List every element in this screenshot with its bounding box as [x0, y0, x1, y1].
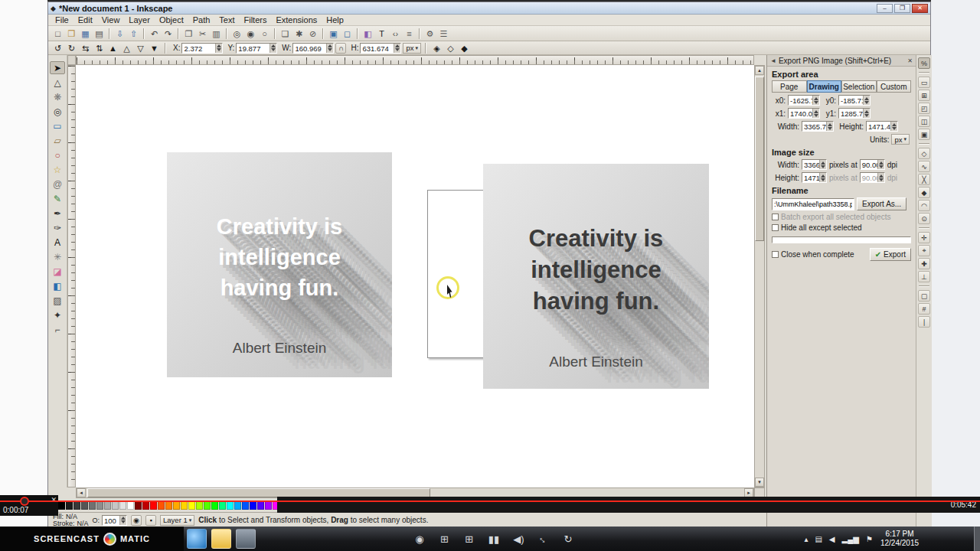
- y0-spin-arrows[interactable]: [863, 96, 870, 105]
- zoom-selection-icon[interactable]: ◎: [230, 28, 243, 40]
- opacity-input[interactable]: 100: [102, 515, 127, 526]
- affect-move-icon[interactable]: ◈: [430, 42, 443, 54]
- rectangle-tool[interactable]: ▭: [50, 119, 65, 132]
- quote-image-right[interactable]: Creativity is intelligence having fun. A…: [483, 164, 709, 389]
- x1-input[interactable]: 1740.000: [788, 108, 820, 119]
- w-spin-arrows[interactable]: [326, 44, 333, 53]
- pencil-tool[interactable]: ✎: [50, 192, 65, 205]
- y-spin-arrows[interactable]: [270, 44, 276, 53]
- flip-vertical-icon[interactable]: ⇅: [93, 42, 106, 54]
- resize-icon[interactable]: ↔: [535, 530, 552, 547]
- node-tool[interactable]: △: [50, 76, 65, 89]
- area-width-spin-arrows[interactable]: [826, 122, 833, 131]
- h-spin-arrows[interactable]: [394, 44, 400, 53]
- document-properties-icon[interactable]: ⚙: [423, 28, 436, 40]
- area-height-input[interactable]: 1471.429: [866, 121, 898, 132]
- volume-icon[interactable]: ◀): [512, 533, 524, 545]
- close-when-complete-checkbox[interactable]: [772, 251, 779, 258]
- group-icon[interactable]: ▣: [327, 28, 340, 40]
- export-icon[interactable]: ⇧: [127, 28, 140, 40]
- layer-lock-icon[interactable]: ▪: [145, 515, 156, 526]
- redo-icon[interactable]: ↷: [162, 28, 175, 40]
- maximize-button[interactable]: ❐: [894, 4, 910, 13]
- calligraphy-tool[interactable]: ✑: [50, 221, 65, 234]
- gradient-tool[interactable]: ▨: [50, 294, 65, 307]
- menu-view[interactable]: View: [98, 15, 124, 24]
- snap-text-baselines[interactable]: ⊥: [918, 271, 930, 282]
- snap-path-intersections[interactable]: ╳: [918, 174, 930, 185]
- spray-tool[interactable]: ✳: [50, 250, 65, 263]
- preferences-icon[interactable]: ☰: [437, 28, 450, 40]
- canvas[interactable]: Creativity is intelligence having fun. A…: [76, 65, 754, 487]
- spiral-tool[interactable]: @: [50, 178, 65, 191]
- connector-tool[interactable]: ⌐: [50, 323, 65, 336]
- image-height-input[interactable]: 1471: [802, 172, 827, 183]
- y0-input[interactable]: -185.714: [838, 95, 871, 106]
- vertical-scrollbar[interactable]: ▴ ▾: [754, 65, 765, 487]
- hidden-icons-icon[interactable]: ▴: [804, 535, 808, 543]
- bezier-tool[interactable]: ✒: [50, 207, 65, 220]
- next-frame-icon[interactable]: ⊞: [463, 533, 475, 545]
- snap-paths[interactable]: ∿: [918, 161, 930, 172]
- snap-smooth-nodes[interactable]: ◠: [918, 200, 930, 211]
- align-dialog-icon[interactable]: ≡: [403, 28, 416, 40]
- snap-grids[interactable]: #: [918, 303, 930, 315]
- undo-icon[interactable]: ↶: [148, 28, 161, 40]
- lower-icon[interactable]: ▽: [134, 42, 147, 54]
- export-area-drawing[interactable]: Drawing: [807, 80, 842, 93]
- paste-icon[interactable]: ▥: [210, 28, 223, 40]
- height-dpi-input[interactable]: 90.00: [860, 172, 885, 183]
- menu-file[interactable]: File: [51, 15, 73, 24]
- raise-icon[interactable]: △: [120, 42, 133, 54]
- minimize-button[interactable]: –: [877, 4, 893, 13]
- menu-text[interactable]: Text: [215, 15, 238, 24]
- export-units-select[interactable]: px ▾: [891, 134, 910, 145]
- selector-tool[interactable]: ➤: [50, 61, 65, 74]
- restart-icon[interactable]: ↻: [562, 533, 574, 545]
- scroll-left-icon[interactable]: ◂: [77, 488, 86, 497]
- snap-others[interactable]: ✛: [918, 232, 930, 243]
- volume-tray-icon[interactable]: ◀: [829, 535, 835, 543]
- export-button[interactable]: ✔ Export: [870, 248, 911, 261]
- export-area-custom[interactable]: Custom: [877, 80, 912, 93]
- snap-page-border[interactable]: ▢: [918, 290, 930, 302]
- y-input[interactable]: 19.877: [236, 43, 277, 54]
- show-desktop-button[interactable]: [974, 527, 980, 551]
- snap-enable[interactable]: %: [918, 57, 930, 69]
- snap-nodes[interactable]: ◇: [918, 148, 930, 159]
- image-width-spin-arrows[interactable]: [819, 160, 826, 169]
- rotate-cw-icon[interactable]: ↻: [65, 42, 78, 54]
- text-tool[interactable]: A: [50, 236, 65, 249]
- height-input[interactable]: 631.674: [360, 43, 401, 54]
- taskbar-app-2[interactable]: [211, 529, 231, 549]
- export-area-page[interactable]: Page: [772, 80, 807, 93]
- x-input[interactable]: 2.372: [181, 43, 223, 54]
- cut-icon[interactable]: ✂: [196, 28, 209, 40]
- pause-icon[interactable]: ▮▮: [488, 533, 500, 545]
- new-document-icon[interactable]: □: [51, 28, 64, 40]
- rotate-ccw-icon[interactable]: ↺: [51, 42, 64, 54]
- import-icon[interactable]: ⇩: [113, 28, 126, 40]
- affect-corners-icon[interactable]: ◆: [458, 42, 471, 54]
- duplicate-icon[interactable]: ❏: [279, 28, 292, 40]
- vertical-scroll-thumb[interactable]: [755, 77, 764, 241]
- zoom-drawing-icon[interactable]: ◉: [244, 28, 257, 40]
- x0-input[interactable]: -1625.71: [788, 95, 820, 106]
- affect-transform-icon[interactable]: ◇: [444, 42, 457, 54]
- print-icon[interactable]: ▤: [93, 28, 106, 40]
- snap-guides[interactable]: ∣: [918, 316, 930, 328]
- open-document-icon[interactable]: ❒: [65, 28, 78, 40]
- menu-object[interactable]: Object: [155, 15, 188, 24]
- x1-spin-arrows[interactable]: [812, 109, 819, 118]
- snap-bbox-edges[interactable]: ⊞: [918, 90, 930, 101]
- zoom-page-icon[interactable]: ○: [258, 28, 271, 40]
- record-icon[interactable]: ◉: [413, 533, 426, 545]
- units-select[interactable]: px ▾: [403, 43, 421, 54]
- y1-input[interactable]: 1285.714: [838, 108, 871, 119]
- recorder-progress-marker[interactable]: [20, 497, 29, 506]
- quote-image-left[interactable]: Creativity is intelligence having fun. A…: [167, 152, 392, 377]
- menu-path[interactable]: Path: [189, 15, 214, 24]
- eraser-tool[interactable]: ◪: [50, 265, 65, 278]
- menu-filters[interactable]: Filters: [240, 15, 271, 24]
- taskbar-app-3[interactable]: [236, 529, 256, 549]
